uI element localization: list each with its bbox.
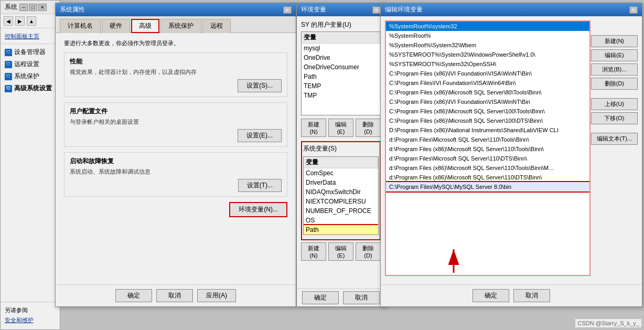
editenv-row-14[interactable]: d:\Program Files\Microsoft SQL Server\11…	[386, 154, 589, 163]
editenv-row-9[interactable]: C:\Program Files (x86)\Microsoft SQL Ser…	[386, 107, 589, 116]
system-window: 系统 ─ □ ✕ ◀ ▶ ▲ 控制面板主页 🛡 设备管理器 🛡 远程设置 🛡 系…	[0, 0, 60, 330]
shield-icon-4: 🛡	[5, 85, 12, 92]
another-section: 另请参阅	[5, 306, 56, 314]
startup-title: 启动和故障恢复	[70, 157, 282, 166]
control-panel-link[interactable]: 控制面板主页	[1, 30, 60, 41]
shield-icon: 🛡	[5, 49, 12, 56]
editenv-delete-btn[interactable]: 删除(D)	[591, 78, 638, 90]
security-link[interactable]: 安全和维护	[5, 316, 56, 324]
tab-sysprotect[interactable]: 系统保护	[160, 19, 201, 33]
sys-vars-header: 变量	[304, 157, 378, 168]
user-new-btn[interactable]: 新建(N)	[301, 119, 326, 137]
editenv-new-btn[interactable]: 新建(N)	[591, 35, 638, 47]
envvars-content: SY 的用户变量(U) 变量 mysql OneDrive OneDriveCo…	[297, 16, 385, 289]
sysprops-close-btn[interactable]: ✕	[283, 6, 292, 14]
sys-vars-title: 系统变量(S)	[303, 143, 379, 154]
tab-hardware[interactable]: 硬件	[102, 19, 130, 33]
user-var-onedrive[interactable]: OneDrive	[302, 53, 380, 62]
user-vars-btns: 新建(N) 编辑(E) 删除(D)	[301, 119, 381, 137]
user-var-onedrivecon[interactable]: OneDriveConsumer	[302, 62, 380, 72]
editenv-cancel-btn[interactable]: 取消	[513, 289, 550, 302]
user-var-path[interactable]: Path	[302, 72, 380, 81]
perf-settings-btn[interactable]: 设置(S)...	[238, 79, 282, 92]
envvars-dialog: 环境变量 ✕ SY 的用户变量(U) 变量 mysql OneDrive One…	[296, 3, 385, 307]
sys-var-nidaq[interactable]: NIDAQmxSwitchDir	[304, 187, 378, 197]
user-delete-btn[interactable]: 删除(D)	[356, 119, 381, 137]
user-var-mysql[interactable]: mysql	[302, 44, 380, 53]
sysprops-cancel-btn[interactable]: 取消	[156, 289, 193, 302]
user-var-temp[interactable]: TEMP	[302, 81, 380, 91]
sidebar-item-label-2: 远程设置	[14, 60, 39, 69]
close-btn[interactable]: ✕	[38, 4, 47, 11]
editenv-ok-btn[interactable]: 确定	[473, 289, 509, 302]
user-var-tmp[interactable]: TMP	[302, 91, 380, 100]
editenv-row-13[interactable]: d:\Program Files (x86)\Microsoft SQL Ser…	[386, 144, 589, 154]
tab-advanced[interactable]: 高级	[131, 19, 159, 33]
env-vars-btn[interactable]: 环境变量(N)...	[229, 202, 287, 217]
sidebar-item-sysprotect[interactable]: 🛡 系统保护	[1, 70, 60, 82]
profile-settings-btn[interactable]: 设置(E)...	[238, 129, 282, 142]
sys-var-comspec[interactable]: ComSpec	[304, 168, 378, 178]
minimize-btn[interactable]: ─	[19, 4, 28, 11]
user-edit-btn[interactable]: 编辑(E)	[328, 119, 353, 137]
editenv-edit-btn[interactable]: 编辑(E)	[591, 49, 638, 61]
back-btn[interactable]: ◀	[4, 16, 13, 26]
editenv-row-15[interactable]: d:\Program Files (x86)\Microsoft SQL Ser…	[386, 163, 589, 173]
editenv-row-2[interactable]: %SystemRoot%\System32\Wbem	[386, 40, 589, 50]
editenv-edittext-btn[interactable]: 编辑文本(T)...	[591, 133, 638, 145]
sys-edit-btn[interactable]: 编辑(E)	[328, 242, 353, 261]
editenv-row-4[interactable]: %SYSTEMROOT%\System32\OpenSSH\	[386, 59, 589, 69]
editenv-browse-btn[interactable]: 浏览(B)...	[591, 63, 638, 76]
editenv-row-3[interactable]: %SYSTEMROOT%\System32\WindowsPowerShell\…	[386, 50, 589, 59]
editenv-row-0[interactable]: %SystemRoot%\system32	[386, 22, 589, 31]
sidebar-item-device-mgr[interactable]: 🛡 设备管理器	[1, 46, 60, 58]
startup-settings-btn[interactable]: 设置(T)...	[238, 179, 282, 192]
sysprops-tabs: 计算机名 硬件 高级 系统保护 远程	[56, 16, 296, 33]
editenv-row-5[interactable]: C:\Program Files (x86)\IVI Foundation\VI…	[386, 69, 589, 78]
sys-var-path[interactable]: Path	[304, 225, 378, 235]
startup-section: 启动和故障恢复 系统启动、系统故障和调试信息 设置(T)...	[64, 152, 287, 197]
shield-icon-2: 🛡	[5, 61, 12, 68]
sysprops-dialog: 系统属性 ✕ 计算机名 硬件 高级 系统保护 远程 要进行大多数更改，你必须作为…	[55, 3, 296, 307]
editenv-row-1[interactable]: %SystemRoot%	[386, 31, 589, 40]
sys-delete-btn[interactable]: 删除(D)	[356, 242, 381, 261]
startup-desc: 系统启动、系统故障和调试信息	[70, 168, 282, 176]
editenv-row-8[interactable]: C:\Program Files (x86)\IVI Foundation\VI…	[386, 97, 589, 107]
tab-computername[interactable]: 计算机名	[60, 19, 101, 33]
envvars-titlebar: 环境变量 ✕	[297, 3, 385, 16]
sidebar-item-advanced[interactable]: 🛡 高级系统设置	[1, 82, 60, 94]
bottom-links: 另请参阅 安全和维护	[1, 302, 60, 329]
editenv-row-10[interactable]: C:\Program Files (x86)\Microsoft SQL Ser…	[386, 116, 589, 125]
editenv-row-16[interactable]: d:\Program Files (x86)\Microsoft SQL Ser…	[386, 173, 589, 182]
forward-btn[interactable]: ▶	[15, 16, 25, 26]
envvars-cancel-btn[interactable]: 取消	[343, 291, 380, 304]
sidebar-item-remote[interactable]: 🛡 远程设置	[1, 58, 60, 70]
editenv-down-btn[interactable]: 下移(O)	[591, 112, 638, 124]
sys-vars-list: 变量 ComSpec DriverData NIDAQmxSwitchDir N…	[303, 156, 379, 235]
user-vars-header: 变量	[302, 32, 380, 44]
up-btn[interactable]: ▲	[27, 16, 36, 26]
sys-var-niext[interactable]: NIEXTCOMPILERSU	[304, 197, 378, 206]
editenv-row-11[interactable]: D:\Program Files (x86)\National Instrume…	[386, 125, 589, 135]
editenv-row-17[interactable]: C:\Program Files\MySQL\MySQL Server 8.0\…	[386, 182, 589, 191]
sys-var-driverdata[interactable]: DriverData	[304, 178, 378, 187]
sysprops-apply-btn[interactable]: 应用(A)	[197, 289, 236, 302]
maximize-btn[interactable]: □	[29, 4, 37, 11]
envvars-close-btn[interactable]: ✕	[372, 6, 381, 14]
sys-var-numproc[interactable]: NUMBER_OF_PROCE	[304, 206, 378, 216]
editenv-row-12[interactable]: d:\Program Files\Microsoft SQL Server\11…	[386, 135, 589, 144]
sysprops-ok-btn[interactable]: 确定	[115, 289, 152, 302]
profile-title: 用户配置文件	[70, 107, 282, 116]
editenv-up-btn[interactable]: 上移(U)	[591, 98, 638, 110]
envvars-ok-btn[interactable]: 确定	[302, 291, 339, 304]
sys-new-btn[interactable]: 新建(N)	[301, 242, 326, 261]
editenv-row-7[interactable]: C:\Program Files (x86)\Microsoft SQL Ser…	[386, 88, 589, 97]
sys-var-os[interactable]: OS	[304, 216, 378, 225]
tab-remote[interactable]: 远程	[202, 19, 231, 33]
system-title: 系统	[5, 3, 17, 12]
perf-title: 性能	[70, 57, 282, 66]
sidebar-item-label-4: 高级系统设置	[14, 84, 52, 93]
envvars-footer: 确定 取消	[297, 289, 385, 306]
editenv-row-6[interactable]: C:\Program Files\IVI Foundation\VISA\Win…	[386, 78, 589, 88]
editenv-close-btn[interactable]: ✕	[629, 6, 638, 14]
